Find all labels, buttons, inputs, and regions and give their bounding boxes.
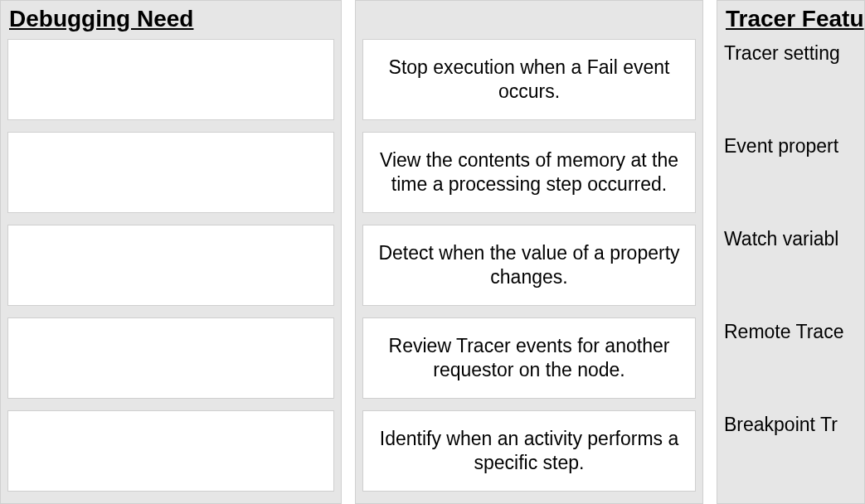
tracer-feature-list: Tracer setting Event propert Watch varia…	[724, 39, 858, 492]
feature-2-text: Event propert	[724, 135, 838, 158]
debugging-need-slots	[7, 39, 334, 492]
card-2[interactable]: View the contents of memory at the time …	[362, 132, 696, 213]
card-3[interactable]: Detect when the value of a property chan…	[362, 225, 696, 306]
feature-1-text: Tracer setting	[724, 42, 840, 65]
cards-list: Stop execution when a Fail event occurs.…	[362, 39, 696, 492]
card-4-text: Review Tracer events for another request…	[372, 334, 687, 382]
card-3-text: Detect when the value of a property chan…	[372, 241, 687, 289]
feature-2: Event propert	[724, 132, 858, 213]
debugging-need-header: Debugging Need	[7, 4, 334, 37]
feature-1: Tracer setting	[724, 39, 858, 120]
feature-3: Watch variabl	[724, 225, 858, 306]
feature-5-text: Breakpoint Tr	[724, 414, 838, 436]
drop-target-1[interactable]	[7, 39, 334, 120]
card-4[interactable]: Review Tracer events for another request…	[362, 317, 696, 399]
feature-4-text: Remote Trace	[724, 321, 843, 343]
drop-target-4[interactable]	[7, 317, 334, 399]
cards-column: . Stop execution when a Fail event occur…	[355, 0, 703, 504]
debugging-need-column: Debugging Need	[0, 0, 342, 504]
drop-target-2[interactable]	[7, 132, 334, 213]
tracer-feature-column: Tracer Featu Tracer setting Event proper…	[717, 0, 865, 504]
card-2-text: View the contents of memory at the time …	[372, 148, 687, 196]
card-1-text: Stop execution when a Fail event occurs.	[372, 56, 687, 104]
card-5[interactable]: Identify when an activity performs a spe…	[362, 410, 696, 492]
feature-3-text: Watch variabl	[724, 228, 838, 250]
card-1[interactable]: Stop execution when a Fail event occurs.	[362, 39, 696, 120]
card-5-text: Identify when an activity performs a spe…	[372, 427, 687, 475]
tracer-feature-header: Tracer Featu	[724, 4, 858, 37]
feature-4: Remote Trace	[724, 317, 858, 399]
drop-target-5[interactable]	[7, 410, 334, 492]
feature-5: Breakpoint Tr	[724, 410, 858, 492]
drop-target-3[interactable]	[7, 225, 334, 306]
